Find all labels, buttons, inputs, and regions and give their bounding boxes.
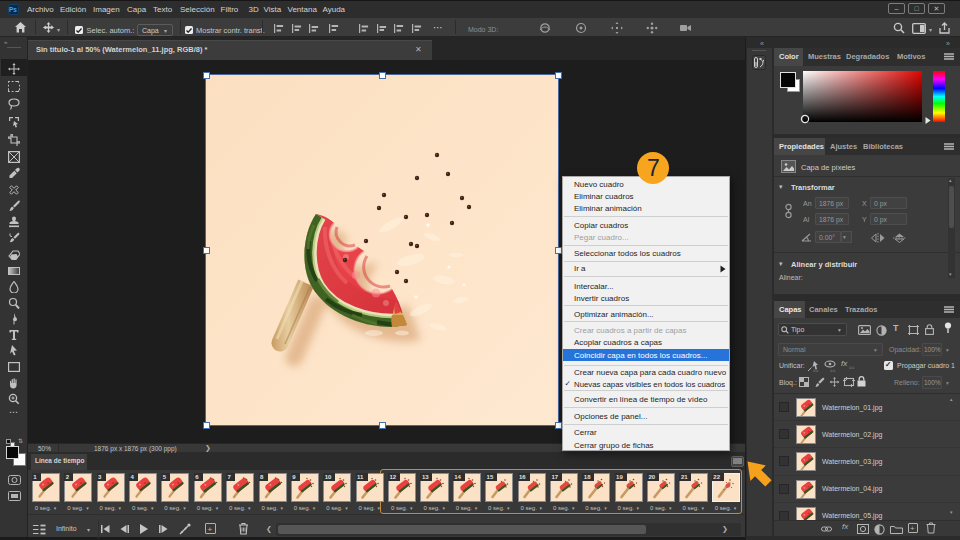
svg-text:○○: ○○: [813, 368, 819, 372]
svg-text:○○: ○○: [830, 368, 836, 373]
